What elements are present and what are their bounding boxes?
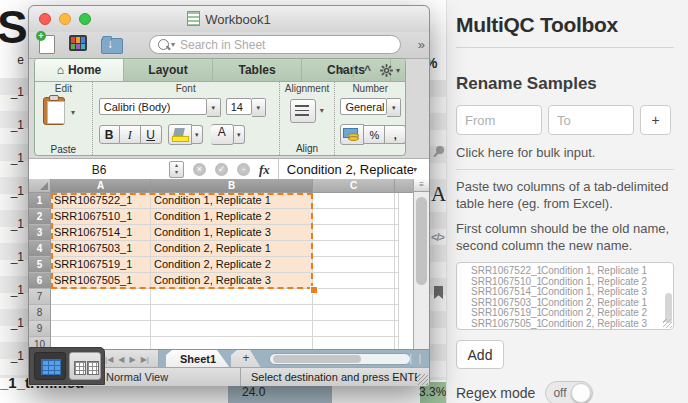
add-button[interactable]: Add — [456, 340, 504, 369]
textarea-resize-handle[interactable] — [663, 319, 672, 328]
row-header[interactable]: 1 — [29, 193, 51, 209]
sheet-nav-arrow-icon[interactable]: ▶| — [141, 355, 149, 364]
row-header[interactable]: 4 — [29, 241, 51, 257]
cell-a2[interactable]: SRR1067510_1 — [51, 209, 151, 225]
row-header[interactable]: 3 — [29, 225, 51, 241]
cell-a9[interactable] — [51, 321, 151, 337]
tab-tables[interactable]: Tables — [213, 59, 302, 81]
bold-button[interactable]: B — [99, 125, 120, 144]
formula-builder-icon[interactable]: ‐ — [237, 163, 250, 176]
cell-c3[interactable] — [313, 225, 395, 241]
cell-c2[interactable] — [313, 209, 395, 225]
cell-c8[interactable] — [313, 305, 395, 321]
tab-split-handle[interactable]: ❘❘ — [406, 353, 425, 364]
fill-color-caret-icon[interactable]: ▾ — [192, 125, 203, 144]
vertical-scrollbar[interactable]: ≡ — [413, 179, 429, 349]
underline-button[interactable]: U — [141, 125, 162, 144]
align-caret-icon[interactable]: ▾ — [320, 106, 324, 115]
window-resize-grip[interactable] — [417, 374, 428, 385]
cell-c6[interactable] — [313, 273, 395, 289]
italic-button[interactable]: I — [120, 125, 141, 144]
cell-c10[interactable] — [313, 337, 395, 349]
sheet-tab-sheet1[interactable]: Sheet1 — [166, 350, 230, 368]
cell-a6[interactable]: SRR1067505_1 — [51, 273, 151, 289]
row-header[interactable]: 5 — [29, 257, 51, 273]
scrollbar-split-handle[interactable]: ≡ — [414, 179, 429, 192]
row-header[interactable]: 7 — [29, 289, 51, 305]
row-header[interactable]: 9 — [29, 321, 51, 337]
cell-a5[interactable]: SRR1067519_1 — [51, 257, 151, 273]
row-header[interactable]: 2 — [29, 209, 51, 225]
cell-b3[interactable]: Condition 1, Replicate 3 — [151, 225, 313, 241]
bulk-input-textarea[interactable]: SRR1067522_1Condition 1, Replicate 1SRR1… — [456, 262, 674, 330]
cell-b4[interactable]: Condition 2, Replicate 1 — [151, 241, 313, 257]
rename-to-input[interactable] — [548, 105, 634, 135]
regex-mode-toggle[interactable]: off — [545, 381, 593, 403]
cell-a3[interactable]: SRR1067514_1 — [51, 225, 151, 241]
sheet-nav-arrow-icon[interactable]: ▶ — [130, 355, 136, 364]
number-format-caret-icon[interactable]: ▾ — [387, 98, 401, 117]
cell-c4[interactable] — [313, 241, 395, 257]
cell-a8[interactable] — [51, 305, 151, 321]
rename-from-input[interactable] — [456, 105, 542, 135]
accept-entry-icon[interactable]: ✓ — [215, 163, 228, 176]
tab-home[interactable]: ⌂Home — [35, 59, 124, 81]
cancel-entry-icon[interactable]: × — [193, 163, 206, 176]
cell-b9[interactable] — [151, 321, 313, 337]
cell-c9[interactable] — [313, 321, 395, 337]
align-button[interactable] — [290, 99, 316, 123]
comma-format-button[interactable]: , — [385, 125, 406, 144]
horizontal-scrollbar[interactable] — [269, 353, 411, 365]
column-header-a[interactable]: A — [51, 179, 151, 193]
bulk-input-link[interactable]: Click here for bulk input. — [456, 135, 674, 160]
add-rename-pair-button[interactable]: + — [640, 105, 671, 135]
paste-button[interactable] — [43, 97, 69, 129]
open-folder-icon[interactable] — [101, 38, 123, 54]
name-box[interactable]: B6 — [29, 163, 169, 177]
formula-input[interactable]: Condition 2, Replicate — [279, 162, 413, 177]
normal-view-button[interactable] — [34, 352, 66, 380]
cell-c1[interactable] — [313, 193, 395, 209]
insert-function-icon[interactable]: fx — [259, 162, 270, 178]
sheet-nav-arrow-icon[interactable]: |◀ — [105, 355, 113, 364]
cell-a1[interactable]: SRR1067522_1 — [51, 193, 151, 209]
new-workbook-icon[interactable] — [39, 35, 55, 54]
paste-caret-icon[interactable]: ▾ — [71, 108, 75, 117]
toolbar-overflow-chevron[interactable]: » — [418, 37, 423, 52]
font-color-button[interactable]: A — [211, 124, 234, 145]
font-name-select[interactable]: Calibri (Body) — [99, 98, 207, 115]
cell-b10[interactable] — [151, 337, 313, 349]
template-gallery-icon[interactable] — [69, 35, 87, 51]
column-header-c[interactable]: C — [313, 179, 395, 193]
ribbon-overflow-chevron[interactable]: » — [338, 63, 343, 77]
row-header[interactable]: 6 — [29, 273, 51, 289]
cell-a4[interactable]: SRR1067503_1 — [51, 241, 151, 257]
column-header-b[interactable]: B — [151, 179, 313, 193]
cell-b6[interactable]: Condition 2, Replicate 3 — [151, 273, 313, 289]
add-sheet-tab[interactable]: + — [231, 350, 261, 368]
select-all-corner[interactable] — [29, 179, 51, 193]
number-format-select[interactable]: General — [340, 98, 387, 115]
gear-icon[interactable] — [380, 64, 393, 77]
cell-b2[interactable]: Condition 1, Replicate 2 — [151, 209, 313, 225]
search-field[interactable]: ▾ Search in Sheet — [149, 35, 401, 54]
cell-b5[interactable]: Condition 2, Replicate 2 — [151, 257, 313, 273]
currency-format-button[interactable] — [340, 124, 364, 145]
fill-color-button[interactable] — [168, 124, 192, 145]
cell-a7[interactable] — [51, 289, 151, 305]
ribbon-collapse-icon[interactable]: ^ — [364, 63, 371, 77]
font-name-caret-icon[interactable]: ▾ — [207, 98, 221, 117]
cell-c5[interactable] — [313, 257, 395, 273]
cell-b1[interactable]: Condition 1, Replicate 1 — [151, 193, 313, 209]
font-size-caret-icon[interactable]: ▾ — [252, 98, 266, 117]
vertical-scrollbar-thumb[interactable] — [416, 197, 427, 285]
tab-layout[interactable]: Layout — [124, 59, 213, 81]
formula-bar-caret-icon[interactable]: ▾ — [413, 165, 429, 174]
font-size-select[interactable]: 14 — [226, 98, 252, 115]
name-box-stepper[interactable]: ▴▾ — [169, 161, 184, 178]
percent-format-button[interactable]: % — [364, 125, 385, 144]
row-header[interactable]: 8 — [29, 305, 51, 321]
cell-b8[interactable] — [151, 305, 313, 321]
font-color-caret-icon[interactable]: ▾ — [234, 125, 245, 144]
sheet-nav-arrow-icon[interactable]: ◀ — [118, 355, 124, 364]
